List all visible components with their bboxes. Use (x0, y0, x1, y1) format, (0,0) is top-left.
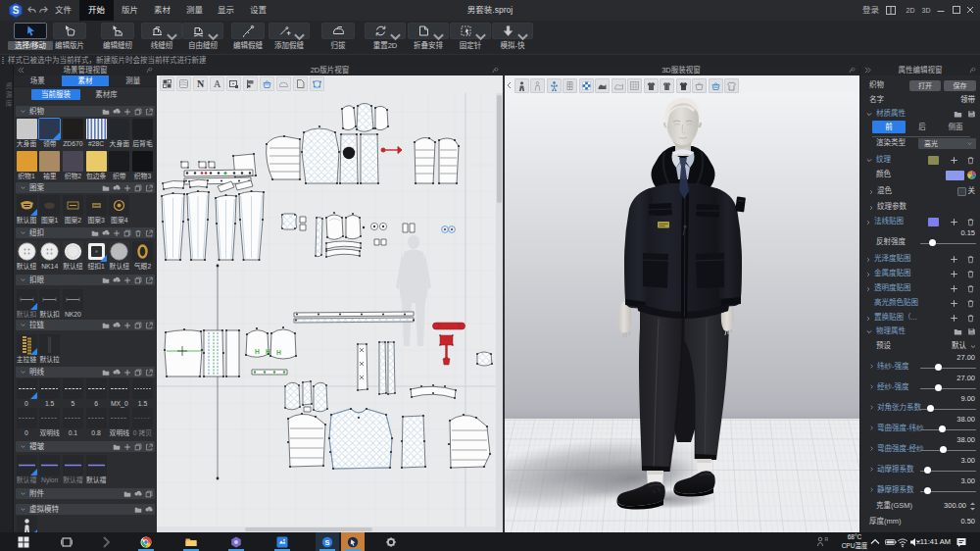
style3d-logo-icon[interactable]: S (9, 3, 23, 18)
left-collapsed-rail[interactable]: 资源库 (0, 65, 14, 532)
swatch-thumbnail[interactable] (86, 119, 107, 139)
swatch-thumbnail[interactable] (109, 408, 129, 428)
swatch-图案-1[interactable]: 图案1 (39, 195, 60, 225)
tool-icon-chip[interactable] (408, 23, 449, 39)
tool-notion-n[interactable]: N (193, 76, 208, 91)
chevron-right-icon[interactable] (866, 272, 870, 277)
scrollbar-thumb[interactable] (245, 527, 372, 531)
swatch-thumbnail[interactable] (39, 334, 60, 355)
tool-garment3[interactable] (676, 78, 691, 93)
trash-icon[interactable] (966, 255, 975, 264)
chevron-down-icon[interactable] (21, 277, 25, 282)
tool-icon-chip[interactable] (53, 23, 86, 39)
swatch-thumbnail[interactable] (17, 455, 37, 476)
scene-tab-2[interactable]: 素材 (62, 75, 110, 86)
export-icon[interactable] (145, 443, 153, 451)
collapse-left-icon[interactable] (18, 67, 24, 74)
reflect-slider[interactable] (920, 236, 976, 250)
subtab-current-garment[interactable]: 当前服装 (31, 89, 80, 100)
folder-icon[interactable] (102, 322, 110, 329)
copy-icon[interactable] (145, 490, 153, 498)
slider-knob[interactable] (935, 364, 942, 371)
swatch-拉链-0[interactable]: 主拉链 (17, 334, 37, 364)
tool-crop-rect[interactable] (226, 76, 241, 91)
toolbar-collapse-handle[interactable] (507, 78, 513, 92)
swatch-虚拟模特-0[interactable] (17, 516, 37, 532)
swatch-thumbnail[interactable] (39, 455, 60, 476)
maximize-button[interactable] (953, 0, 966, 21)
swatch-thumbnail[interactable] (86, 408, 107, 428)
chevron-down-icon[interactable] (21, 230, 25, 235)
swatch-thumbnail[interactable] (17, 516, 37, 532)
swatch-thumbnail[interactable] (132, 378, 153, 399)
copy-icon[interactable] (134, 369, 142, 376)
swatch-thumbnail[interactable] (39, 195, 60, 216)
copy-icon[interactable] (134, 276, 142, 284)
chevron-down-icon[interactable] (21, 323, 25, 327)
swatch-织物-10[interactable]: 织带 (109, 151, 129, 180)
chevron-down-icon[interactable] (21, 507, 25, 512)
collapse-right-icon[interactable] (864, 67, 871, 74)
export-icon[interactable] (145, 229, 153, 237)
swatch-图案-3[interactable]: 图案3 (86, 195, 107, 225)
swatch-thumbnail[interactable] (39, 289, 60, 310)
folder-icon[interactable] (102, 276, 110, 284)
chevron-right-icon[interactable] (869, 467, 874, 472)
slider-1[interactable] (920, 361, 976, 375)
cpu-temperature-widget[interactable]: 68°C CPU温度 (835, 533, 874, 550)
tool-fabric-swatch[interactable] (176, 76, 191, 91)
swatch-纽扣-3[interactable]: 纽扣1 (86, 241, 107, 271)
wifi-icon[interactable] (897, 536, 908, 548)
swatch-明线-10[interactable]: 双明线 (109, 408, 129, 437)
chevron-down-icon[interactable] (866, 112, 872, 117)
tool-icon-chip[interactable] (492, 23, 533, 39)
face-tab-1[interactable]: 前 (872, 121, 906, 133)
tool-garment4[interactable] (724, 78, 739, 93)
swatch-thumbnail[interactable] (17, 151, 37, 172)
tool-icon-chip[interactable] (450, 23, 491, 39)
swatch-明线-3[interactable]: 6 (86, 378, 107, 408)
plus-icon[interactable] (123, 369, 131, 376)
plus-icon[interactable] (950, 284, 958, 293)
open-button[interactable]: 打开 (909, 80, 941, 91)
swatch-thumbnail[interactable] (17, 378, 37, 399)
export-icon[interactable] (145, 108, 153, 116)
tool-check-blue[interactable] (579, 78, 594, 93)
swatch-图案-2[interactable]: 图案2 (63, 195, 83, 225)
tool-icon-chip[interactable] (365, 23, 406, 39)
section-header-5[interactable]: 明线 (16, 367, 155, 377)
swatch-thumbnail[interactable] (63, 241, 83, 262)
spinner-icon[interactable] (969, 502, 976, 511)
scrollbar-thumb[interactable] (497, 95, 502, 203)
swatch-thumbnail[interactable] (63, 195, 83, 216)
swatch-拉链-1[interactable]: 默认拉 (39, 334, 60, 364)
taskbar-hexagon-app[interactable] (224, 532, 248, 551)
swatch-织物-11[interactable]: 织物3 (132, 151, 153, 180)
save-icon[interactable] (967, 327, 976, 336)
pattern-2d-canvas-area[interactable]: NA (157, 75, 503, 532)
swatch-thumbnail[interactable] (63, 455, 83, 476)
swatch-thumbnail[interactable] (109, 151, 129, 172)
vertical-scrollbar[interactable] (496, 93, 503, 532)
section-header-2[interactable]: 纽扣 (16, 227, 155, 238)
cloud-icon[interactable] (113, 108, 121, 116)
tool-iron[interactable]: 归拔 (316, 23, 361, 50)
color-wheel-icon[interactable] (967, 171, 976, 179)
swatch-thumbnail[interactable] (132, 119, 153, 139)
swatch-扣眼-2[interactable]: NK20 (63, 289, 83, 319)
cloud-icon[interactable] (113, 276, 121, 284)
trash-icon[interactable] (966, 218, 975, 226)
chevron-right-icon[interactable] (866, 316, 870, 322)
swatch-明线-11[interactable]: 0 拷贝 (132, 408, 153, 437)
swatch-织物-5[interactable]: 后背毛 (132, 119, 153, 148)
swatch-褶皱-2[interactable]: 默认褶 (63, 455, 83, 484)
map-row-4[interactable]: 高光颜色贴图 (860, 296, 980, 310)
trash-icon[interactable] (966, 156, 975, 165)
taskbar-windows-start[interactable] (12, 532, 35, 551)
menu-4[interactable]: 素材 (145, 0, 179, 21)
tool-icon-chip[interactable] (101, 23, 134, 39)
chevron-up-icon[interactable] (869, 536, 881, 548)
section-header-7[interactable]: 附件 (16, 488, 155, 499)
tool-avatar-light[interactable] (530, 78, 545, 93)
swatch-thumbnail[interactable] (63, 289, 83, 310)
